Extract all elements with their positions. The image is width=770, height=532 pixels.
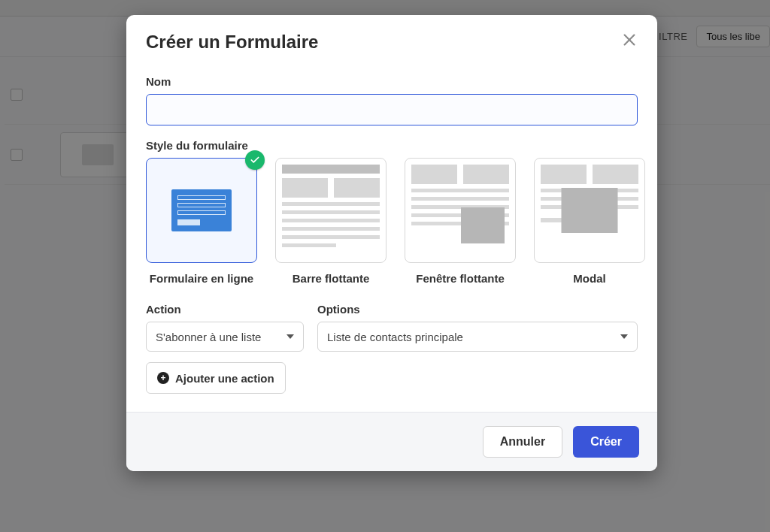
check-icon	[245, 150, 265, 170]
style-label-modal: Modal	[573, 272, 605, 285]
chevron-down-icon	[620, 334, 628, 339]
options-select[interactable]: Liste de contacts principale	[317, 322, 638, 352]
create-form-modal: Créer un Formulaire Nom Style du formula…	[126, 15, 657, 471]
nom-label: Nom	[146, 75, 638, 88]
style-label: Style du formulaire	[146, 139, 638, 152]
options-label: Options	[317, 303, 638, 316]
style-option-inline[interactable]: Formulaire en ligne	[146, 158, 257, 285]
nom-input[interactable]	[146, 94, 638, 125]
add-action-label: Ajouter une action	[175, 372, 274, 385]
plus-icon: +	[157, 372, 169, 384]
chevron-down-icon	[286, 334, 294, 339]
modal-title: Créer un Formulaire	[146, 32, 318, 53]
action-select-value: S'abonner à une liste	[156, 331, 261, 343]
options-select-value: Liste de contacts principale	[327, 331, 463, 343]
close-icon[interactable]	[621, 32, 638, 48]
add-action-button[interactable]: + Ajouter une action	[146, 362, 286, 394]
style-label-inline: Formulaire en ligne	[150, 272, 253, 285]
action-select[interactable]: S'abonner à une liste	[146, 322, 304, 352]
action-label: Action	[146, 303, 304, 316]
cancel-button[interactable]: Annuler	[483, 426, 562, 458]
style-option-modal[interactable]: Modal	[534, 158, 645, 285]
style-label-float: Fenêtre flottante	[416, 272, 505, 285]
create-button[interactable]: Créer	[573, 426, 639, 458]
style-option-float[interactable]: Fenêtre flottante	[405, 158, 516, 285]
style-option-bar[interactable]: Barre flottante	[275, 158, 387, 285]
style-label-bar: Barre flottante	[293, 272, 370, 285]
